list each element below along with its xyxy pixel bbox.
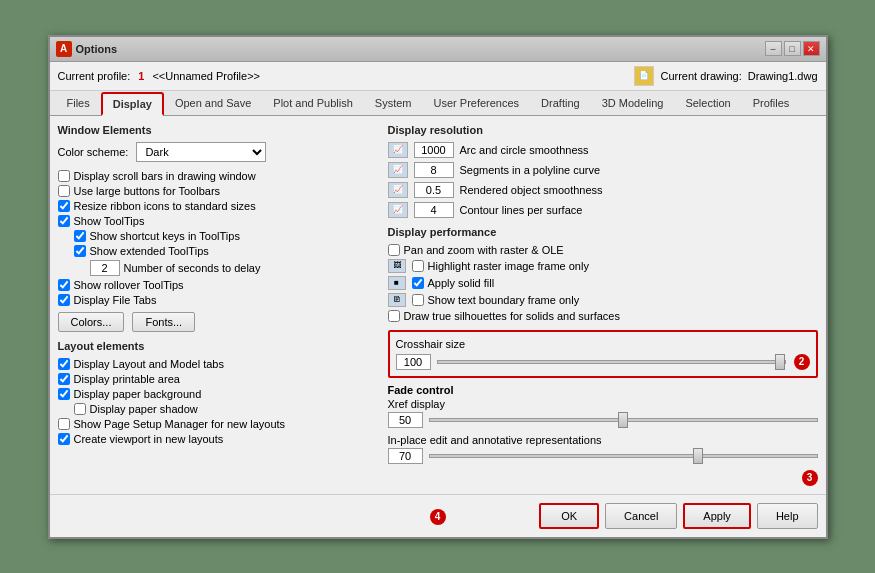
tab-profiles[interactable]: Profiles [742, 92, 801, 116]
xref-slider-row [388, 412, 818, 428]
tab-3d-modeling[interactable]: 3D Modeling [591, 92, 675, 116]
title-controls: – □ ✕ [765, 41, 820, 56]
create-viewport-checkbox[interactable] [58, 433, 70, 445]
contour-lines-input[interactable] [414, 202, 454, 218]
pan-zoom-label: Pan and zoom with raster & OLE [404, 244, 564, 256]
checkbox-create-viewport: Create viewport in new layouts [58, 433, 378, 445]
rendered-smoothness-input[interactable] [414, 182, 454, 198]
checkbox-rollover-tooltips: Show rollover ToolTips [58, 279, 378, 291]
text-boundary-label: Show text boundary frame only [428, 294, 580, 306]
profile-number-badge: 1 [138, 70, 144, 82]
delay-label: Number of seconds to delay [124, 262, 261, 274]
show-tooltips-checkbox[interactable] [58, 215, 70, 227]
checkbox-file-tabs: Display File Tabs [58, 294, 378, 306]
display-performance-title: Display performance [388, 226, 818, 238]
print-area-checkbox[interactable] [58, 373, 70, 385]
highlight-raster-checkbox[interactable] [412, 260, 424, 272]
polyline-segments-input[interactable] [414, 162, 454, 178]
crosshair-title: Crosshair size [396, 338, 810, 350]
highlight-raster-icon: 🖼 [388, 259, 406, 273]
layout-model-checkbox[interactable] [58, 358, 70, 370]
inplace-slider-row [388, 448, 818, 464]
large-buttons-label: Use large buttons for Toolbars [74, 185, 221, 197]
apply-solid-checkbox[interactable] [412, 277, 424, 289]
resolution-row-1: 📈 Segments in a polyline curve [388, 162, 818, 178]
rendered-smoothness-label: Rendered object smoothness [460, 184, 603, 196]
paper-shadow-label: Display paper shadow [90, 403, 198, 415]
xref-row: Xref display [388, 398, 818, 428]
cancel-button[interactable]: Cancel [605, 503, 677, 529]
inplace-value-input[interactable] [388, 448, 423, 464]
paper-shadow-checkbox[interactable] [74, 403, 86, 415]
arc-smoothness-input[interactable] [414, 142, 454, 158]
large-buttons-checkbox[interactable] [58, 185, 70, 197]
fonts-button[interactable]: Fonts... [132, 312, 195, 332]
tab-drafting[interactable]: Drafting [530, 92, 591, 116]
layout-elements-title: Layout elements [58, 340, 378, 352]
page-setup-label: Show Page Setup Manager for new layouts [74, 418, 286, 430]
color-scheme-select[interactable]: Dark Light [136, 142, 266, 162]
file-tabs-label: Display File Tabs [74, 294, 157, 306]
close-button[interactable]: ✕ [803, 41, 820, 56]
profile-name: <<Unnamed Profile>> [152, 70, 260, 82]
highlight-raster-label: Highlight raster image frame only [428, 260, 589, 272]
shortcut-keys-checkbox[interactable] [74, 230, 86, 242]
number4-badge: 4 [430, 509, 446, 525]
checkbox-shortcut-keys: Show shortcut keys in ToolTips [58, 230, 378, 242]
paper-bg-checkbox[interactable] [58, 388, 70, 400]
tab-display[interactable]: Display [101, 92, 164, 116]
crosshair-value-input[interactable] [396, 354, 431, 370]
tab-files[interactable]: Files [56, 92, 101, 116]
text-boundary-checkbox[interactable] [412, 294, 424, 306]
display-performance-section: Display performance Pan and zoom with ra… [388, 226, 818, 322]
checkbox-large-buttons: Use large buttons for Toolbars [58, 185, 378, 197]
inplace-slider[interactable] [429, 454, 818, 458]
help-button[interactable]: Help [757, 503, 818, 529]
resize-ribbon-label: Resize ribbon icons to standard sizes [74, 200, 256, 212]
delay-input[interactable] [90, 260, 120, 276]
options-dialog: A Options – □ ✕ Current profile: 1 <<Unn… [48, 35, 828, 539]
checkbox-highlight-raster: 🖼 Highlight raster image frame only [388, 259, 818, 273]
ok-button[interactable]: OK [539, 503, 599, 529]
tab-user-preferences[interactable]: User Preferences [423, 92, 531, 116]
display-resolution-section: Display resolution 📈 Arc and circle smoo… [388, 124, 818, 218]
colors-button[interactable]: Colors... [58, 312, 125, 332]
page-setup-checkbox[interactable] [58, 418, 70, 430]
xref-label: Xref display [388, 398, 818, 410]
file-tabs-checkbox[interactable] [58, 294, 70, 306]
create-viewport-label: Create viewport in new layouts [74, 433, 224, 445]
maximize-button[interactable]: □ [784, 41, 801, 56]
drawing-name: Drawing1.dwg [748, 70, 818, 82]
minimize-button[interactable]: – [765, 41, 782, 56]
tab-open-save[interactable]: Open and Save [164, 92, 262, 116]
print-area-label: Display printable area [74, 373, 180, 385]
tab-system[interactable]: System [364, 92, 423, 116]
scroll-bars-checkbox[interactable] [58, 170, 70, 182]
tabs-bar: Files Display Open and Save Plot and Pub… [50, 91, 826, 116]
shortcut-keys-label: Show shortcut keys in ToolTips [90, 230, 240, 242]
apply-button[interactable]: Apply [683, 503, 751, 529]
checkbox-layout-model: Display Layout and Model tabs [58, 358, 378, 370]
tab-plot-publish[interactable]: Plot and Publish [262, 92, 364, 116]
window-title: Options [76, 43, 118, 55]
right-panel: Display resolution 📈 Arc and circle smoo… [388, 124, 818, 486]
contour-lines-label: Contour lines per surface [460, 204, 583, 216]
extended-tooltips-checkbox[interactable] [74, 245, 86, 257]
pan-zoom-checkbox[interactable] [388, 244, 400, 256]
checkbox-text-boundary: 🖹 Show text boundary frame only [388, 293, 818, 307]
crosshair-slider[interactable] [437, 360, 786, 364]
tab-selection[interactable]: Selection [674, 92, 741, 116]
checkbox-scroll-bars: Display scroll bars in drawing window [58, 170, 378, 182]
rollover-tooltips-checkbox[interactable] [58, 279, 70, 291]
crosshair-slider-row: 2 [396, 354, 810, 370]
resize-ribbon-checkbox[interactable] [58, 200, 70, 212]
delay-row: Number of seconds to delay [58, 260, 378, 276]
number2-badge: 2 [794, 354, 810, 370]
left-panel: Window Elements Color scheme: Dark Light… [58, 124, 378, 486]
xref-slider[interactable] [429, 418, 818, 422]
true-silhouettes-checkbox[interactable] [388, 310, 400, 322]
checkbox-extended-tooltips: Show extended ToolTips [58, 245, 378, 257]
xref-value-input[interactable] [388, 412, 423, 428]
text-boundary-icon: 🖹 [388, 293, 406, 307]
extended-tooltips-label: Show extended ToolTips [90, 245, 209, 257]
